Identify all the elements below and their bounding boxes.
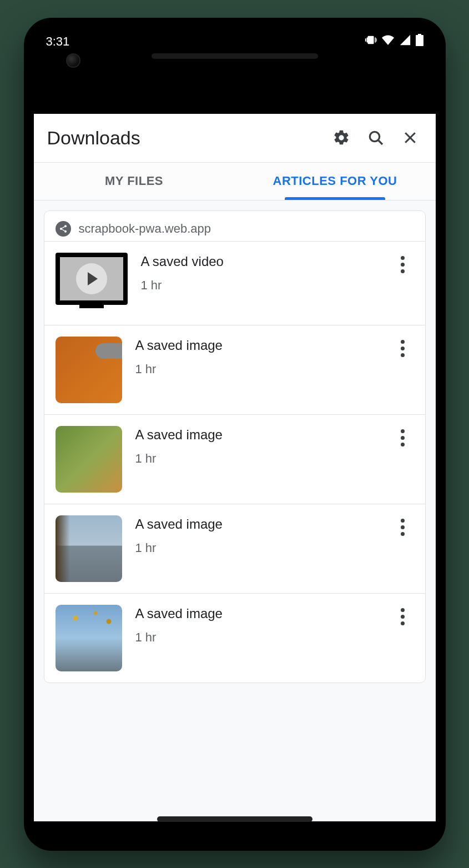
list-item[interactable]: A saved image 1 hr bbox=[44, 593, 425, 683]
status-time: 3:31 bbox=[46, 34, 70, 49]
more-options-button[interactable] bbox=[392, 337, 414, 357]
item-title: A saved image bbox=[135, 516, 379, 532]
search-icon bbox=[367, 129, 385, 147]
list-item[interactable]: A saved image 1 hr bbox=[44, 414, 425, 504]
item-title: A saved image bbox=[135, 606, 379, 621]
item-title: A saved image bbox=[135, 338, 379, 353]
articles-card: scrapbook-pwa.web.app A saved video 1 hr bbox=[44, 210, 426, 683]
list-item[interactable]: A saved image 1 hr bbox=[44, 504, 425, 593]
more-options-button[interactable] bbox=[392, 253, 414, 273]
signal-icon bbox=[399, 34, 411, 49]
source-domain: scrapbook-pwa.web.app bbox=[79, 222, 211, 236]
thumbnail-image bbox=[56, 426, 122, 493]
item-subtitle: 1 hr bbox=[135, 451, 379, 466]
svg-point-4 bbox=[64, 225, 67, 227]
more-vertical-icon bbox=[401, 608, 405, 625]
source-row: scrapbook-pwa.web.app bbox=[44, 211, 425, 241]
item-subtitle: 1 hr bbox=[135, 630, 379, 645]
wifi-icon bbox=[381, 33, 395, 50]
svg-point-6 bbox=[64, 230, 67, 232]
play-icon bbox=[76, 263, 107, 294]
item-subtitle: 1 hr bbox=[135, 541, 379, 555]
more-options-button[interactable] bbox=[392, 605, 414, 625]
item-subtitle: 1 hr bbox=[135, 362, 379, 377]
close-icon bbox=[402, 129, 418, 146]
more-options-button[interactable] bbox=[392, 515, 414, 536]
tab-my-files[interactable]: MY FILES bbox=[34, 163, 235, 200]
item-title: A saved video bbox=[141, 254, 379, 269]
status-bar: 3:31 bbox=[34, 28, 436, 56]
tab-articles-for-you[interactable]: ARTICLES FOR YOU bbox=[235, 163, 436, 200]
more-options-button[interactable] bbox=[392, 426, 414, 446]
status-icons bbox=[365, 33, 423, 50]
tab-label: MY FILES bbox=[105, 174, 163, 188]
settings-button[interactable] bbox=[329, 126, 354, 150]
thumbnail-video bbox=[56, 253, 128, 314]
svg-point-0 bbox=[370, 132, 379, 141]
thumbnail-image bbox=[56, 337, 122, 403]
tabs: MY FILES ARTICLES FOR YOU bbox=[34, 163, 436, 200]
close-button[interactable] bbox=[398, 126, 422, 150]
thumbnail-image bbox=[56, 515, 122, 582]
page-title: Downloads bbox=[47, 127, 319, 149]
battery-icon bbox=[416, 34, 423, 49]
more-vertical-icon bbox=[401, 256, 405, 273]
more-vertical-icon bbox=[401, 429, 405, 446]
item-title: A saved image bbox=[135, 427, 379, 443]
search-button[interactable] bbox=[364, 126, 388, 150]
vibrate-icon bbox=[365, 34, 377, 49]
tab-label: ARTICLES FOR YOU bbox=[273, 174, 397, 188]
svg-point-5 bbox=[60, 228, 62, 230]
item-subtitle: 1 hr bbox=[141, 278, 379, 293]
share-icon bbox=[56, 221, 71, 237]
app-header: Downloads bbox=[34, 114, 436, 163]
more-vertical-icon bbox=[401, 519, 405, 536]
gear-icon bbox=[332, 129, 350, 147]
thumbnail-image bbox=[56, 605, 122, 671]
more-vertical-icon bbox=[401, 340, 405, 357]
list-item[interactable]: A saved video 1 hr bbox=[44, 241, 425, 325]
list-item[interactable]: A saved image 1 hr bbox=[44, 325, 425, 414]
content-area: scrapbook-pwa.web.app A saved video 1 hr bbox=[34, 200, 436, 821]
svg-line-1 bbox=[378, 141, 382, 144]
